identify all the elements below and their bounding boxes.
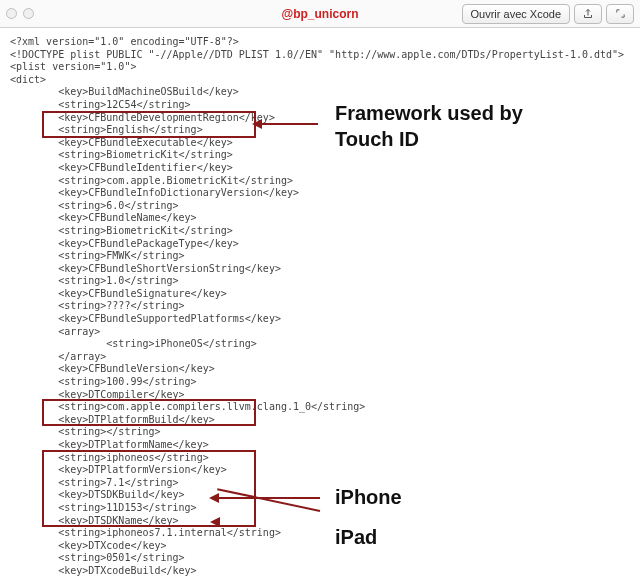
minimize-window-button[interactable] <box>23 8 34 19</box>
close-window-button[interactable] <box>6 8 17 19</box>
share-icon[interactable] <box>574 4 602 24</box>
title-bar: @bp_unicorn Ouvrir avec Xcode <box>0 0 640 28</box>
open-xcode-button[interactable]: Ouvrir avec Xcode <box>462 4 570 24</box>
code-view: <?xml version="1.0" encoding="UTF-8"?> <… <box>0 28 640 577</box>
fullscreen-icon[interactable] <box>606 4 634 24</box>
toolbar-right: Ouvrir avec Xcode <box>462 4 634 24</box>
